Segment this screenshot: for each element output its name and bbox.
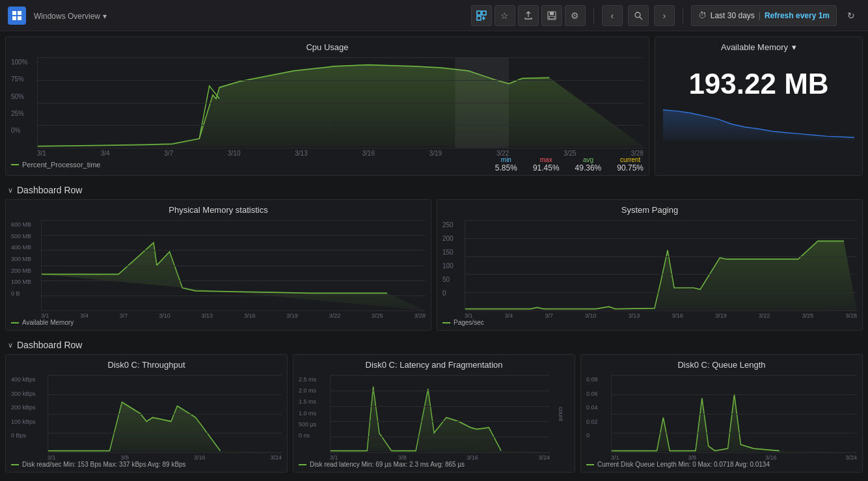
cpu-grid [38, 57, 644, 148]
disk-throughput-y-labels: 400 kBps 300 kBps 200 kBps 100 kBps 0 Bp… [11, 375, 45, 440]
stat-avg: avg 49.36% [575, 156, 602, 172]
panels-row-2: Disk0 C: Throughput 400 kBps 300 kBps 20… [5, 354, 863, 473]
disk-throughput-panel: Disk0 C: Throughput 400 kBps 300 kBps 20… [5, 354, 288, 473]
disk-queue-title: Disk0 C: Queue Length [581, 355, 862, 372]
disk-latency-grid [331, 375, 550, 452]
grid-line [612, 433, 857, 433]
min-label: min [501, 156, 511, 163]
phys-memory-title: Physical Memory statistics [6, 200, 431, 217]
share-button[interactable] [518, 5, 539, 26]
grid-line [465, 274, 857, 275]
grid-line [465, 238, 857, 239]
available-memory-panel: Available Memory ▾ 193.22 MB [655, 36, 863, 176]
dashboard-row-2-label: Dashboard Row [17, 340, 82, 350]
disk-queue-panel: Disk0 C: Queue Length 0.08 0.06 0.04 0.0… [580, 354, 863, 473]
disk-queue-svg-area [611, 375, 857, 453]
settings-button[interactable]: ⚙ [565, 5, 586, 26]
svg-rect-2 [12, 16, 16, 20]
grid-line [465, 292, 857, 293]
grid-line [42, 266, 426, 266]
grid-line [48, 414, 282, 415]
disk-throughput-title: Disk0 C: Throughput [6, 355, 287, 372]
dashboard-row-1-header[interactable]: ∨ Dashboard Row [5, 181, 863, 199]
top-row: Cpu Usage 100% 75% 50% 25% 0% [5, 36, 863, 176]
disk-throughput-grid [48, 375, 282, 452]
grid-line [38, 57, 644, 58]
system-paging-svg-area [465, 220, 857, 311]
nav-divider-1 [593, 8, 594, 23]
nav-divider-2 [683, 8, 683, 23]
max-value: 91.45% [533, 163, 560, 172]
cpu-stats-row: min 5.85% max 91.45% avg 49.36% current … [495, 156, 644, 172]
refresh-button[interactable]: ↻ [842, 7, 860, 25]
svg-rect-0 [12, 11, 16, 15]
cpu-legend-item: Percent_Processor_time [11, 161, 100, 169]
disk-latency-x-labels: 3/1 3/8 3/16 3/24 [330, 453, 550, 461]
chevron-down-icon-2: ∨ [8, 341, 13, 350]
grid-line [48, 433, 282, 433]
phys-memory-svg-area [41, 220, 426, 311]
stat-current: current 90.75% [617, 156, 644, 172]
grid-line [331, 437, 550, 437]
cpu-legend-label: Percent_Processor_time [22, 161, 100, 169]
add-panel-button[interactable] [471, 5, 492, 26]
svg-rect-4 [477, 11, 481, 15]
dashboard-title[interactable]: Windows Overview▾ [31, 10, 466, 21]
disk-queue-x-labels: 3/1 3/8 3/16 3/24 [611, 453, 857, 461]
time-range-control[interactable]: ⏱ Last 30 days | Refresh every 1m [691, 5, 837, 26]
current-label: current [620, 156, 640, 163]
grid-line [612, 375, 857, 376]
phys-memory-chart-container: 600 MB 500 MB 400 MB 300 MB 200 MB 100 M… [6, 217, 431, 316]
star-button[interactable]: ☆ [495, 5, 515, 26]
disk-queue-chart-area: 0.08 0.06 0.04 0.02 0 [586, 375, 857, 453]
dashboard-row-1-label: Dashboard Row [17, 185, 82, 195]
grid-line [42, 281, 426, 281]
save-button[interactable] [541, 5, 562, 26]
avg-label: avg [583, 156, 593, 163]
disk-throughput-footer-text: Disk read/sec Min: 153 Bps Max: 337 kBps… [22, 461, 186, 468]
refresh-label: Refresh every 1m [765, 11, 830, 20]
footer-dot [11, 464, 19, 465]
disk-queue-chart-container: 0.08 0.06 0.04 0.02 0 [581, 372, 862, 458]
svg-rect-1 [18, 11, 21, 15]
disk-latency-panel: Disk0 C: Latency and Fragmentation 2.5 m… [293, 354, 575, 473]
grid-line [42, 295, 426, 296]
system-paging-x-labels: 3/1 3/4 3/7 3/10 3/13 3/16 3/19 3/22 3/2… [465, 311, 857, 319]
disk-latency-chart-area: 2.5 ms 2.0 ms 1.5 ms 1.0 ms 500 µs 0 ns [299, 375, 569, 453]
memory-title: Available Memory [721, 42, 788, 52]
clock-icon: ⏱ [698, 10, 707, 20]
grid-line [38, 125, 644, 126]
nav-prev-button[interactable]: ‹ [602, 5, 623, 26]
grid-line [42, 250, 426, 251]
footer-dot [586, 464, 594, 465]
time-separator: | [759, 11, 761, 20]
disk-queue-y-labels: 0.08 0.06 0.04 0.02 0 [586, 375, 608, 440]
disk-throughput-x-labels: 3/1 3/8 3/16 3/24 [47, 453, 282, 461]
memory-value: 193.22 MB [655, 55, 862, 107]
phys-memory-grid [42, 220, 426, 310]
app-logo [8, 7, 26, 25]
nav-next-button[interactable]: › [654, 5, 675, 26]
footer-dot [442, 322, 450, 323]
grid-line [331, 406, 550, 407]
memory-dropdown-icon[interactable]: ▾ [792, 42, 796, 52]
grid-line [38, 80, 644, 81]
disk-latency-title: Disk0 C: Latency and Fragmentation [293, 355, 575, 372]
stat-min: min 5.85% [495, 156, 517, 172]
avg-value: 49.36% [575, 163, 602, 172]
top-navbar: Windows Overview▾ ☆ ⚙ [0, 0, 868, 31]
system-paging-chart-container: 250 200 150 100 50 0 [437, 217, 862, 316]
nav-zoom-button[interactable] [628, 5, 649, 26]
svg-rect-5 [482, 11, 486, 15]
phys-memory-x-labels: 3/1 3/4 3/7 3/10 3/13 3/16 3/19 3/22 3/2… [41, 311, 426, 319]
phys-memory-legend-label: Available Memory [22, 319, 74, 326]
grid-line [465, 256, 857, 257]
main-content: Cpu Usage 100% 75% 50% 25% 0% [0, 31, 868, 481]
cpu-panel-title: Cpu Usage [6, 37, 649, 55]
system-paging-title: System Paging [437, 200, 862, 217]
dashboard-row-2-header[interactable]: ∨ Dashboard Row [5, 336, 863, 354]
cpu-chart-svg-area [37, 57, 644, 148]
disk-queue-grid [612, 375, 857, 452]
grid-line [48, 394, 282, 395]
grid-line [42, 235, 426, 236]
